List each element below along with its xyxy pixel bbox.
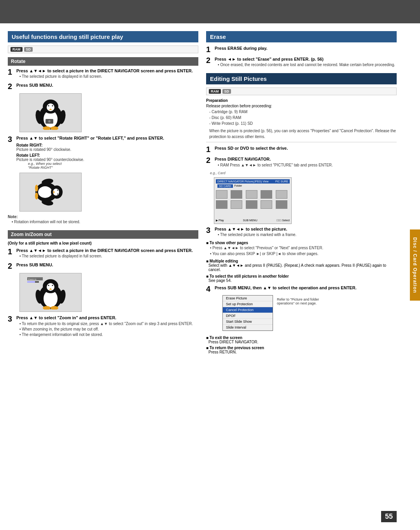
prep-item-1: - Disc (p. 60) RAM: [209, 115, 397, 121]
editing-step2: 2 Press DIRECT NAVIGATOR. RAM Press ▲▼◄►…: [206, 156, 397, 168]
rotate-note: Note: Rotation information will not be s…: [8, 215, 198, 225]
preparation-intro: Release protection before proceeding:: [206, 104, 397, 108]
editing-ram-badge: RAM: [209, 89, 221, 94]
editing-sd-badge: SD: [222, 89, 231, 94]
show-other-pages-title: ■ To show other pages: [206, 241, 397, 245]
penguin-svg-1: [25, 96, 76, 130]
rotate-note-title: Note:: [8, 215, 198, 219]
nav-footer: ▶ Play SUB MENU □□□ Select: [216, 219, 290, 222]
multiple-editing-title: ■ Multiple editing: [206, 259, 397, 263]
zoom-step3: 3 Press ▲▼ to select "Zoom in" and press…: [8, 315, 198, 337]
to-exit: ■ To exit the screen Press DIRECT NAVIGA…: [206, 336, 397, 344]
zoom-step1-content: Press ▲▼◄► to select a picture in the DI…: [16, 248, 198, 259]
editing-step3-sub: The selected picture is marked with a fr…: [218, 232, 397, 238]
editing-badge-row: RAM SD: [206, 87, 397, 95]
show-other-pages-text1: Press ▲▼◄► to select "Previous" or "Next…: [210, 245, 397, 251]
rotate-step1: 1 Press ▲▼◄► to select a picture in the …: [8, 68, 198, 79]
menu-item-dpof: DPOF: [223, 313, 273, 319]
nav-thumb-3: [246, 190, 257, 199]
editing-step2-text: Press DIRECT NAVIGATOR.: [215, 156, 397, 162]
left-badge-row: RAM SD: [8, 45, 198, 53]
erase-title: Erase: [206, 31, 397, 42]
rotate-step3-content: Press ▲▼ to select "Rotate RIGHT" or "Ro…: [16, 135, 198, 169]
nav-footer-menu: SUB MENU: [243, 219, 257, 222]
erase-step2-text: Press ◄► to select "Erase" and press ENT…: [215, 56, 397, 62]
preparation-box: Preparation Release protection before pr…: [206, 98, 397, 142]
menu-item-erase: Erase Picture: [223, 296, 273, 301]
zoom-step3-text: Press ▲▼ to select "Zoom in" and press E…: [16, 315, 198, 321]
svg-point-27: [35, 192, 38, 199]
sd-badge: SD: [24, 47, 33, 52]
erase-step1-content: Press ERASE during play.: [215, 45, 397, 51]
nav-footer-play: ▶ Play: [216, 219, 224, 222]
main-section-title: Useful functions during still picture pl…: [8, 31, 198, 42]
editing-step4: 4 Press SUB MENU, then ▲▼ to select the …: [206, 285, 397, 332]
nav-header: DIRECT NAVIGATOR Picture(JPEG) View PIC …: [216, 179, 290, 184]
rotate-right-desc: Picture is rotated 90° clockwise.: [16, 147, 198, 152]
to-return: ■ To return the previous screen Press RE…: [206, 346, 397, 354]
editing-step3-text: Press ▲▼◄► to select the picture.: [215, 226, 397, 232]
menu-box: Erase Picture Set up Protection Cancel P…: [222, 295, 273, 331]
nav-thumb-7: [231, 200, 242, 209]
rotate-right-label: Rotate RIGHT:: [16, 143, 198, 147]
menu-note: Refer to "Picture and folder operations"…: [277, 297, 324, 305]
svg-point-26: [35, 185, 38, 192]
nav-thumb-5: [276, 190, 287, 199]
editing-step4-number: 4: [206, 285, 212, 293]
rotate-step1-number: 1: [8, 68, 14, 76]
penguin-svg-2: [25, 175, 76, 209]
editing-step1-content: Press SD or DVD to select the drive.: [215, 145, 397, 151]
nav-grid-row2: [216, 200, 290, 209]
editing-section: Editing Still Pictures RAM SD Preparatio…: [206, 73, 397, 354]
rotate-step3-text: Press ▲▼ to select "Rotate RIGHT" or "Ro…: [16, 135, 198, 141]
right-column: Erase 1 Press ERASE during play. 2 Press…: [206, 31, 397, 360]
zoom-section: Zoom in/Zoom out (Only for a still pictu…: [8, 230, 198, 338]
editing-step3-content: Press ▲▼◄► to select the picture. The se…: [215, 226, 397, 238]
zoom-step2-text: Press SUB MENU.: [16, 262, 198, 268]
rotate-left-desc: Picture is rotated 90° counterclockwise.: [16, 157, 198, 162]
rotate-section: Rotate 1 Press ▲▼◄► to select a picture …: [8, 57, 198, 225]
rotate-image-1: [19, 93, 82, 132]
svg-point-34: [48, 285, 49, 286]
rotate-note-text: Rotation information will not be stored.: [12, 219, 198, 225]
svg-point-22: [57, 194, 58, 194]
erase-step1: 1 Press ERASE during play.: [206, 45, 397, 53]
to-exit-title: ■ To exit the screen: [206, 336, 397, 340]
rotate-eg-label: e.g., When you select: [28, 162, 198, 166]
zoom-penguin-svg: Zoom in: [25, 275, 76, 310]
rotate-step2-text: Press SUB MENU.: [16, 82, 198, 88]
rotate-left-label: Rotate LEFT:: [16, 153, 198, 157]
prep-item-2: - Write Protect (p. 11) SD: [209, 121, 397, 126]
navigator-box: DIRECT NAVIGATOR Picture(JPEG) View PIC …: [214, 177, 292, 224]
another-folder-text: See page 54.: [208, 278, 397, 283]
to-return-text: Press RETURN.: [208, 350, 397, 354]
nav-thumb-8: [246, 200, 257, 209]
editing-step4-content: Press SUB MENU, then ▲▼ to select the op…: [215, 285, 397, 332]
multiple-editing-text: Select with ▲▼◄► and press II (PAUSE). (…: [208, 263, 397, 272]
zoom-step1-text: Press ▲▼◄► to select a picture in the DI…: [16, 248, 198, 254]
preparation-title: Preparation: [206, 98, 397, 103]
eg-card-label: e.g., Card: [210, 171, 397, 175]
menu-item-cancel: Cancel Protection: [223, 307, 273, 313]
editing-step2-sub: RAM Press ▲▼◄► to select "PICTURE" tab a…: [218, 163, 397, 168]
erase-step1-number: 1: [206, 45, 212, 53]
svg-rect-44: [27, 281, 35, 283]
editing-step3-number: 3: [206, 226, 212, 234]
zoom-step3-content: Press ▲▼ to select "Zoom in" and press E…: [16, 315, 198, 337]
rotate-eg-value: "Rotate RIGHT": [28, 166, 198, 170]
nav-tab-folder: Folder: [234, 184, 242, 188]
erase-step2-number: 2: [206, 56, 212, 64]
rotate-step2-content: Press SUB MENU.: [16, 82, 198, 88]
zoom-step2-number: 2: [8, 262, 14, 270]
menu-item-setup: Set up Protection: [223, 301, 273, 307]
nav-footer-select: □□□ Select: [276, 219, 290, 222]
another-folder-title: ■ To select the still pictures in anothe…: [206, 274, 397, 278]
svg-point-16: [38, 186, 52, 198]
erase-step2-content: Press ◄► to select "Erase" and press ENT…: [215, 56, 397, 68]
editing-step2-content: Press DIRECT NAVIGATOR. RAM Press ▲▼◄► t…: [215, 156, 397, 168]
nav-thumb-10: [276, 200, 287, 209]
zoom-step3-sub2: When zooming in, the picture may be cut …: [19, 327, 198, 332]
nav-thumb-4: [261, 190, 272, 199]
rotate-step1-text: Press ▲▼◄► to select a picture in the DI…: [16, 68, 198, 74]
zoom-step1: 1 Press ▲▼◄► to select a picture in the …: [8, 248, 198, 259]
